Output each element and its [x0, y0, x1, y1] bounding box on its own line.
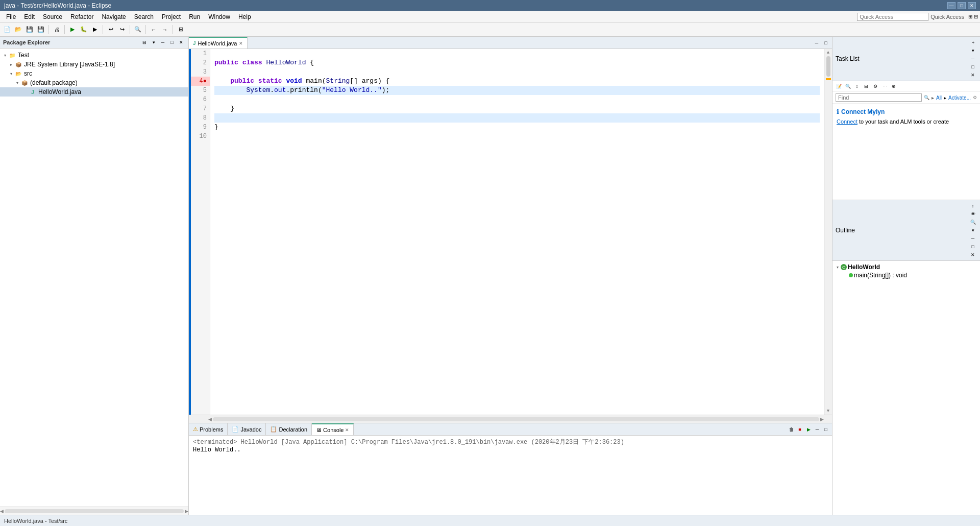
menu-file[interactable]: File [2, 12, 20, 21]
java-tab-icon: J [193, 40, 196, 46]
menu-edit[interactable]: Edit [20, 12, 39, 21]
tb-undo-btn[interactable]: ↩ [106, 25, 116, 35]
tl-menu-btn[interactable]: ▾ [969, 46, 977, 55]
tb-fwd-btn[interactable]: → [160, 25, 170, 35]
task-find-input[interactable] [836, 93, 922, 102]
tree-arrow-pkg[interactable]: ▾ [14, 80, 20, 86]
line-num-3: 3 [191, 67, 210, 77]
tree-arrow-jre[interactable]: ▸ [8, 61, 14, 67]
tl-max-btn[interactable]: □ [969, 63, 977, 71]
outline-sort-btn[interactable]: ↕ [969, 202, 977, 210]
tl-settings-btn[interactable]: ⚙ [871, 82, 879, 90]
outline-menu-btn[interactable]: ▾ [969, 226, 977, 234]
tb-save-all-btn[interactable]: 💾 [36, 25, 46, 35]
tb-debug-btn[interactable]: 🐛 [79, 25, 89, 35]
tree-item-jre[interactable]: ▸ 📦 JRE System Library [JavaSE-1.8] [0, 60, 188, 69]
tl-min-btn[interactable]: ─ [969, 55, 977, 63]
menu-project[interactable]: Project [158, 12, 185, 21]
tree-arrow-src[interactable]: ▾ [8, 70, 14, 77]
tree-item-src[interactable]: ▾ 📂 src [0, 69, 188, 78]
bottom-panel: ⚠ Problems 📄 Javadoc 📋 Declaration 🖥 Con… [189, 423, 832, 515]
pe-max-btn[interactable]: □ [168, 38, 176, 46]
tree-arrow-test[interactable]: ▾ [2, 52, 8, 58]
console-tab-close-btn[interactable]: ✕ [345, 427, 349, 433]
code-editor[interactable]: 1 2 3 4● 5 6 7 8 9 10 public class Hello… [189, 49, 832, 415]
outline-close-btn[interactable]: ✕ [969, 251, 977, 259]
outline-min-btn[interactable]: ─ [969, 234, 977, 243]
editor-vscrollbar[interactable]: ▲ ▼ [824, 49, 832, 415]
bottom-tab-javadoc[interactable]: 📄 Javadoc [228, 423, 266, 435]
javadoc-icon: 📄 [232, 426, 239, 433]
tb-run-ext-btn[interactable]: ▶ [90, 25, 100, 35]
tl-new-btn[interactable]: ＋ [969, 38, 977, 46]
all-label[interactable]: All [936, 95, 942, 101]
code-content[interactable]: public class HelloWorld { public static … [210, 49, 824, 415]
console-min-btn[interactable]: ─ [813, 425, 821, 434]
outline-item-helloworld[interactable]: ▾ C HelloWorld [832, 263, 980, 271]
line-num-4[interactable]: 4● [191, 77, 210, 86]
tb-print-btn[interactable]: 🖨 [52, 25, 62, 35]
bottom-tab-problems[interactable]: ⚠ Problems [189, 423, 228, 435]
main-area: Package Explorer ⊟ ▾ ─ □ ✕ ▾ 📁 Test ▸ 📦 [0, 37, 980, 515]
task-list-panel: Task List ＋ ▾ ─ □ ✕ 📝 🔍 ↕ ⊟ ⚙ ⋯ ⊕ [832, 37, 980, 200]
tb-perspective-btn[interactable]: ⊞ [176, 25, 186, 35]
maximize-button[interactable]: □ [958, 2, 966, 9]
task-find-bar: 🔍 ▸ All ▸ Activate... ⚙ [832, 92, 980, 104]
tree-item-default-pkg[interactable]: ▾ 📦 (default package) [0, 78, 188, 87]
pe-menu-btn[interactable]: ▾ [150, 38, 158, 46]
close-button[interactable]: ✕ [968, 2, 976, 9]
editor-hscrollbar[interactable]: ◀ ▶ [189, 415, 832, 423]
pe-collapse-btn[interactable]: ⊟ [140, 38, 149, 46]
tb-open-btn[interactable]: 📂 [13, 25, 23, 35]
pe-close-btn[interactable]: ✕ [177, 38, 185, 46]
tl-extra-btn[interactable]: ⋯ [880, 82, 889, 90]
editor-tab-close-btn[interactable]: ✕ [239, 41, 243, 46]
tree-item-helloworldjava[interactable]: J HelloWorld.java [0, 87, 188, 97]
menu-source[interactable]: Source [39, 12, 66, 21]
pe-hscrollbar[interactable]: ◀ ▶ [0, 507, 188, 515]
tl-collapse-btn[interactable]: ⊟ [862, 82, 870, 90]
console-run-btn[interactable]: ▶ [804, 425, 813, 434]
pe-min-btn[interactable]: ─ [159, 38, 167, 46]
menu-run[interactable]: Run [185, 12, 204, 21]
tb-save-btn[interactable]: 💾 [24, 25, 35, 35]
bottom-tab-declaration[interactable]: 📋 Declaration [266, 423, 312, 435]
tl-sort-btn[interactable]: ↕ [853, 82, 861, 90]
tree-label-src: src [24, 70, 32, 77]
outline-max-btn[interactable]: □ [969, 243, 977, 251]
outline-hide-btn[interactable]: 👁 [969, 210, 977, 218]
activate-label[interactable]: Activate... [948, 95, 971, 101]
package-tree: ▾ 📁 Test ▸ 📦 JRE System Library [JavaSE-… [0, 49, 188, 507]
console-clear-btn[interactable]: 🗑 [787, 425, 795, 434]
tb-redo-btn[interactable]: ↪ [117, 25, 127, 35]
console-max-btn[interactable]: □ [822, 425, 830, 434]
tl-close-btn[interactable]: ✕ [969, 71, 977, 79]
menu-refactor[interactable]: Refactor [66, 12, 97, 21]
bottom-tab-console[interactable]: 🖥 Console ✕ [312, 423, 354, 435]
menu-window[interactable]: Window [204, 12, 234, 21]
tb-back-btn[interactable]: ← [149, 25, 159, 35]
console-stop-btn[interactable]: ■ [796, 425, 804, 434]
connect-link[interactable]: Connect [837, 118, 857, 125]
task-find-btn[interactable]: 🔍 [924, 95, 929, 100]
tree-item-test[interactable]: ▾ 📁 Test [0, 51, 188, 60]
tb-new-btn[interactable]: 📄 [2, 25, 12, 35]
quick-access-input[interactable] [857, 13, 928, 21]
settings-icon[interactable]: ⚙ [973, 95, 977, 100]
minimize-button[interactable]: — [947, 2, 955, 9]
outline-arrow-hw[interactable]: ▾ [835, 264, 841, 270]
outline-filter-btn[interactable]: 🔍 [969, 218, 977, 226]
menu-search[interactable]: Search [130, 12, 158, 21]
editor-max-btn[interactable]: □ [822, 39, 830, 47]
menu-navigate[interactable]: Navigate [97, 12, 130, 21]
status-left: HelloWorld.java - Test/src [4, 518, 67, 524]
editor-min-btn[interactable]: ─ [813, 39, 821, 47]
editor-tab-helloworldjava[interactable]: J HelloWorld.java ✕ [189, 37, 248, 49]
tb-search-btn[interactable]: 🔍 [133, 25, 143, 35]
tl-filter-btn[interactable]: 🔍 [844, 82, 852, 90]
menu-help[interactable]: Help [234, 12, 255, 21]
tl-extra2-btn[interactable]: ⊕ [890, 82, 898, 90]
tl-new-task-btn[interactable]: 📝 [835, 82, 843, 90]
tb-run-btn[interactable]: ▶ [67, 25, 78, 35]
outline-item-main[interactable]: main(String[]) : void [832, 271, 980, 279]
